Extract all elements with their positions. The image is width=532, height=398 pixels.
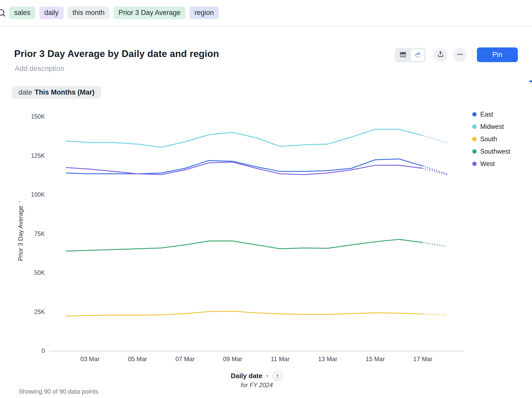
series-line-midwest: [66, 129, 423, 147]
chevron-down-icon[interactable]: ▼: [265, 374, 269, 378]
pin-button[interactable]: Pin: [477, 47, 518, 62]
toolbar-divider: [472, 50, 473, 61]
add-description-field[interactable]: Add description: [15, 64, 64, 73]
line-chart-canvas: [0, 0, 532, 398]
x-axis-title[interactable]: Daily date: [231, 372, 262, 380]
series-line-forecast-east: [423, 166, 447, 174]
share-button[interactable]: [434, 48, 448, 62]
search-token[interactable]: sales: [9, 6, 35, 19]
x-tick-label: 09 Mar: [214, 355, 251, 363]
search-token[interactable]: region: [190, 6, 219, 19]
x-axis-control-row: Daily date ▼ ↑: [231, 371, 283, 381]
x-tick-label: 03 Mar: [72, 355, 108, 363]
line-chart-icon: [414, 51, 421, 59]
search-bar[interactable]: salesdailythis monthPrior 3 Day Averager…: [0, 0, 532, 26]
y-tick-label: 100K: [21, 191, 45, 198]
x-tick-label: 11 Mar: [262, 355, 298, 363]
y-tick-label: 75K: [21, 230, 45, 237]
y-tick-label: 50K: [21, 269, 45, 276]
sort-ascending-button[interactable]: ↑: [272, 371, 283, 381]
search-icon: [0, 8, 7, 18]
legend-dot: [472, 149, 477, 154]
legend-dot: [472, 125, 477, 129]
search-token[interactable]: Prior 3 Day Average: [114, 6, 185, 19]
series-line-forecast-south: [423, 314, 447, 316]
x-tick-label: 07 Mar: [167, 355, 203, 363]
y-tick-label: 150K: [21, 113, 45, 120]
search-token-list[interactable]: salesdailythis monthPrior 3 Day Averager…: [9, 6, 219, 19]
x-tick-label: 15 Mar: [357, 355, 393, 363]
y-tick-label: 25K: [21, 309, 45, 316]
series-line-east: [66, 159, 423, 174]
series-line-forecast-midwest: [423, 136, 447, 143]
legend-item[interactable]: Midwest: [472, 120, 510, 133]
legend-item[interactable]: South: [472, 133, 510, 145]
y-tick-label: 125K: [21, 152, 45, 159]
search-token[interactable]: this month: [68, 6, 110, 19]
page-title: Prior 3 Day Average by Daily date and re…: [14, 48, 219, 59]
filter-chip-prefix: date: [19, 88, 32, 96]
scroll-position-marker: [529, 80, 532, 82]
legend-label: Southwest: [480, 148, 510, 155]
view-toggle[interactable]: [395, 48, 426, 62]
legend-dot: [472, 112, 477, 117]
legend-dot: [472, 162, 477, 166]
series-line-west: [66, 162, 423, 175]
table-view-button[interactable]: [396, 49, 410, 61]
x-axis-subtitle: for FY 2024: [241, 382, 273, 389]
legend-item[interactable]: Southwest: [472, 145, 510, 157]
series-line-forecast-southwest: [423, 243, 447, 246]
x-tick-label: 13 Mar: [310, 355, 346, 363]
legend-item[interactable]: East: [472, 108, 510, 120]
x-tick-label: 17 Mar: [405, 355, 441, 363]
chart-view-button[interactable]: [410, 49, 425, 61]
filter-chip-value: This Months (Mar): [35, 88, 95, 96]
ellipsis-icon: [456, 51, 464, 59]
legend-dot: [472, 137, 477, 141]
table-icon: [399, 51, 407, 59]
legend-label: South: [480, 135, 497, 143]
share-icon: [437, 51, 444, 59]
series-line-south: [66, 311, 423, 316]
search-token[interactable]: daily: [39, 6, 64, 19]
x-tick-label: 05 Mar: [119, 355, 156, 363]
legend: EastMidwestSouthSouthwestWest: [472, 108, 510, 170]
more-options-button[interactable]: [453, 48, 467, 62]
y-tick-label: 0: [21, 347, 45, 354]
data-points-status: Showing 90 of 90 data points: [19, 388, 98, 395]
date-filter-chip[interactable]: date This Months (Mar): [12, 86, 101, 99]
legend-label: East: [480, 111, 493, 118]
y-axis-expand-icon[interactable]: ▸: [19, 198, 21, 204]
legend-label: West: [480, 160, 495, 168]
legend-label: Midwest: [480, 123, 504, 130]
series-line-southwest: [66, 239, 423, 251]
series-line-forecast-west: [423, 168, 447, 175]
legend-item[interactable]: West: [472, 157, 510, 170]
